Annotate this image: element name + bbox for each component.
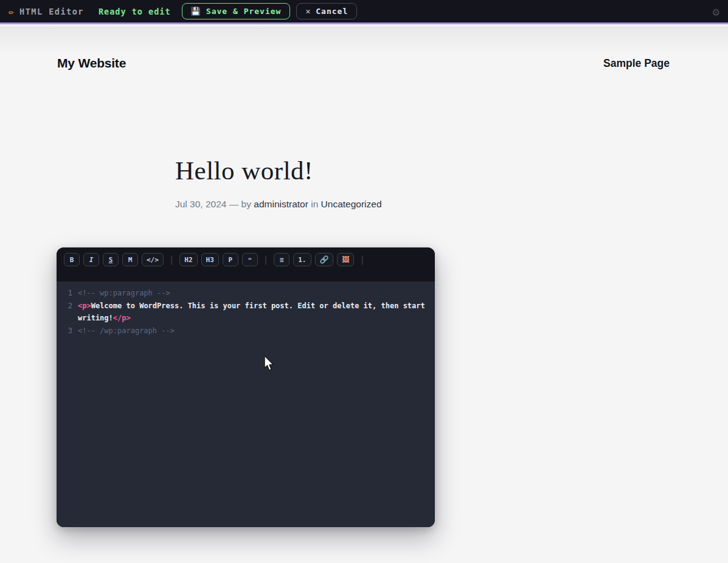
site-nav: Sample Page <box>603 57 670 70</box>
unordered-list-button[interactable]: ≡ <box>274 253 289 266</box>
heading3-button[interactable]: H3 <box>201 253 219 266</box>
gear-icon[interactable]: ⚙ <box>713 5 719 18</box>
floppy-disk-icon: 💾 <box>191 7 201 16</box>
code-button[interactable]: </> <box>142 253 164 266</box>
meta-in-label: in <box>311 199 318 209</box>
meta-by-label: by <box>241 199 251 209</box>
code-line: 3 <!-- /wp:paragraph --> <box>61 325 428 337</box>
nav-link-sample-page[interactable]: Sample Page <box>603 57 670 69</box>
line-number: 3 <box>61 325 72 337</box>
site-header: My Website Sample Page <box>0 56 728 71</box>
app-title: HTML Editor <box>19 7 84 16</box>
post-category-link[interactable]: Uncategorized <box>321 199 382 209</box>
toolbar-separator: | <box>263 253 268 266</box>
status-text: Ready to edit <box>99 7 171 16</box>
editor-topbar: ✏ HTML Editor Ready to edit 💾 Save & Pre… <box>0 0 728 24</box>
code-line: 1 <!-- wp:paragraph --> <box>61 287 428 300</box>
line-number: 2 <box>61 300 72 313</box>
mark-button[interactable]: M <box>122 253 138 266</box>
code-line: 2 <p>Welcome to WordPress. This is your … <box>61 300 428 325</box>
code-token-tag: <p> <box>78 302 91 310</box>
blockquote-button[interactable]: ❝ <box>242 253 258 266</box>
image-icon[interactable]: 🖼 <box>337 253 354 266</box>
topbar-shadow <box>0 26 728 54</box>
bold-button[interactable]: B <box>64 253 80 266</box>
paragraph-button[interactable]: P <box>223 253 238 266</box>
save-preview-button[interactable]: 💾 Save & Preview <box>182 3 291 19</box>
toolbar-separator: | <box>359 253 364 266</box>
link-icon[interactable]: 🔗 <box>315 253 334 266</box>
code-token-comment: <!-- /wp:paragraph --> <box>78 326 175 335</box>
italic-button[interactable]: I <box>83 253 99 266</box>
close-icon: ✕ <box>305 7 311 16</box>
pencil-icon: ✏ <box>9 6 14 17</box>
code-token-tag: </p> <box>113 314 131 322</box>
heading2-button[interactable]: H2 <box>179 253 197 266</box>
meta-dash: — <box>229 199 239 209</box>
post-title: Hello world! <box>175 156 313 185</box>
cancel-button[interactable]: ✕ Cancel <box>296 3 357 19</box>
html-editor-panel: B I S M </> | H2 H3 P ❝ | ≡ 1. 🔗 🖼 | 1 <… <box>57 247 435 527</box>
site-title-link[interactable]: My Website <box>57 56 126 71</box>
code-editor-area[interactable]: 1 <!-- wp:paragraph --> 2 <p>Welcome to … <box>57 282 435 527</box>
post-meta: Jul 30, 2024 — by administrator in Uncat… <box>175 199 382 210</box>
toolbar-separator: | <box>169 253 174 266</box>
post-author-link[interactable]: administrator <box>254 199 308 209</box>
cancel-label: Cancel <box>316 7 348 16</box>
strikethrough-button[interactable]: S <box>103 253 119 266</box>
post-date: Jul 30, 2024 <box>175 199 226 209</box>
editor-toolbar: B I S M </> | H2 H3 P ❝ | ≡ 1. 🔗 🖼 | <box>57 247 435 282</box>
save-preview-label: Save & Preview <box>206 7 282 16</box>
ordered-list-button[interactable]: 1. <box>293 253 311 266</box>
line-number: 1 <box>61 287 72 300</box>
code-token-comment: <!-- wp:paragraph --> <box>78 289 170 297</box>
